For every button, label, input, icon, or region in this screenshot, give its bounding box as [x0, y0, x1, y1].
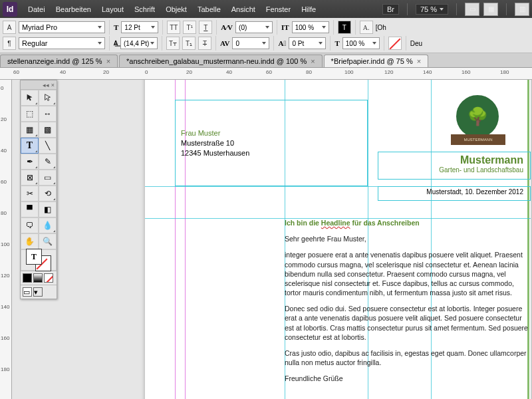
- workarea: 0 20 40 60 80 100 120 140 160 180 Frau M…: [0, 80, 532, 399]
- kerning-field[interactable]: (0): [235, 21, 273, 33]
- greeting: Sehr geehrte Frau Muster,: [285, 234, 531, 243]
- note-tool[interactable]: 🗨: [21, 217, 39, 233]
- selection-tool[interactable]: [21, 90, 39, 106]
- content-placer-tool[interactable]: ▩: [39, 122, 57, 138]
- tab-briefpapier[interactable]: *Briefpapier.indd @ 75 %×: [324, 55, 429, 67]
- address-frame[interactable]: Frau Muster Musterstraße 10 12345 Muster…: [175, 100, 368, 186]
- hscale-field[interactable]: 100 %: [342, 37, 380, 49]
- lang-hint: [Oh: [376, 24, 386, 31]
- leading-field[interactable]: (14,4 Pt): [120, 37, 158, 49]
- fill-icon[interactable]: T: [338, 21, 351, 34]
- date-text: Musterstadt, 10. Dezember 2012: [426, 188, 523, 196]
- line-tool[interactable]: ╲: [39, 138, 57, 154]
- subscript-icon[interactable]: T₁: [182, 37, 196, 50]
- apply-none[interactable]: [44, 273, 53, 283]
- gradient-feather-tool[interactable]: ◧: [39, 201, 57, 217]
- charstyle-icon[interactable]: A.: [360, 21, 373, 34]
- panel-collapse-icon[interactable]: ◂◂ ×: [21, 80, 57, 90]
- close-icon[interactable]: ×: [417, 57, 421, 65]
- smallcaps-icon[interactable]: Tᴛ: [166, 37, 180, 50]
- pencil-tool[interactable]: ✎: [39, 154, 57, 170]
- transform-tool[interactable]: ⟲: [39, 186, 57, 201]
- char-format-icon[interactable]: A: [3, 21, 16, 34]
- tree-icon: 🌳: [467, 106, 488, 127]
- view-mode-row: ▭ ▾: [21, 285, 57, 299]
- tracking-field[interactable]: 0: [232, 37, 269, 49]
- menu-objekt[interactable]: Objekt: [160, 5, 192, 13]
- view-mode-icon[interactable]: ▭: [465, 3, 479, 16]
- underline-icon[interactable]: T: [199, 21, 212, 34]
- kerning-icon: A⁄V: [221, 23, 233, 31]
- scissors-tool[interactable]: ✂: [21, 186, 39, 201]
- menu-ansicht[interactable]: Ansicht: [226, 5, 261, 13]
- pen-tool[interactable]: ✒: [21, 154, 39, 170]
- body-p1: integer posuere erat a ante venenatis da…: [285, 250, 531, 297]
- body-text-frame[interactable]: Ich bin die Headline für das Anschreiben…: [285, 218, 531, 390]
- para-format-icon[interactable]: ¶: [3, 37, 16, 50]
- font-size-icon: T: [114, 23, 118, 31]
- eyedropper-tool[interactable]: 💧: [39, 217, 57, 233]
- content-collector-tool[interactable]: ▦: [21, 122, 39, 138]
- menu-layout[interactable]: Layout: [96, 5, 129, 13]
- gap-tool[interactable]: ↔: [39, 106, 57, 122]
- rectangle-frame-tool[interactable]: ⊠: [21, 170, 39, 186]
- screen-mode-icon[interactable]: ▦: [483, 3, 498, 16]
- leading-icon: A͟: [114, 40, 118, 47]
- menu-datei[interactable]: Datei: [23, 5, 51, 13]
- direct-selection-tool[interactable]: [39, 90, 57, 106]
- strike-icon[interactable]: T: [198, 37, 211, 50]
- document-tabs: stellenanzeige.indd @ 125 %× *anschreibe…: [0, 53, 532, 68]
- vscale-icon: IT: [281, 23, 289, 31]
- tracking-icon: AV: [220, 39, 229, 47]
- baseline-field[interactable]: 0 Pt: [289, 37, 326, 49]
- fill-stroke-swap[interactable]: T: [21, 249, 57, 271]
- baseline-icon: Aͣ: [278, 39, 286, 47]
- normal-view[interactable]: ▭: [23, 287, 32, 297]
- stroke-icon[interactable]: [388, 37, 402, 50]
- superscript-icon[interactable]: T¹: [183, 21, 196, 34]
- close-icon[interactable]: ×: [311, 57, 315, 65]
- menu-tabelle[interactable]: Tabelle: [192, 5, 226, 13]
- vscale-field[interactable]: 100 %: [292, 21, 329, 33]
- company-frame[interactable]: Mustermann Garten- und Landschaftsbau: [378, 152, 531, 180]
- closing: Freundliche Grüße: [285, 374, 531, 383]
- company-name: Mustermann: [385, 154, 523, 166]
- font-size-field[interactable]: 12 Pt: [121, 21, 158, 33]
- tab-anschreiben[interactable]: *anschreiben_galabau_mustermann-neu.indd…: [119, 55, 323, 67]
- font-style-dropdown[interactable]: Regular: [19, 37, 105, 49]
- body-p3: Cras justo odio, dapibus ac facilisis in…: [285, 348, 531, 367]
- apply-color[interactable]: [23, 273, 32, 283]
- zoom-dropdown[interactable]: 75 %: [416, 4, 448, 15]
- hscale-icon: T: [334, 39, 339, 47]
- ruler-horizontal[interactable]: 60 40 20 0 20 40 60 80 100 120 140 160 1…: [0, 68, 532, 80]
- type-tool[interactable]: T: [21, 138, 39, 154]
- menubar: Id Datei Bearbeiten Layout Schrift Objek…: [0, 0, 532, 18]
- recipient-city: 12345 Musterhausen: [181, 148, 362, 158]
- menu-fenster[interactable]: Fenster: [261, 5, 296, 13]
- bridge-button[interactable]: Br: [382, 4, 399, 15]
- date-frame[interactable]: Musterstadt, 10. Dezember 2012: [378, 186, 531, 201]
- allcaps-icon[interactable]: TT: [167, 21, 180, 34]
- tab-stellenanzeige[interactable]: stellenanzeige.indd @ 125 %×: [0, 55, 118, 67]
- logo[interactable]: 🌳 MUSTERMANN: [451, 93, 504, 146]
- preview-view[interactable]: ▾: [33, 287, 43, 297]
- tools-panel[interactable]: ◂◂ × ⬚ ↔ ▦ ▩ T ╲ ✒ ✎ ⊠ ▭ ✂ ⟲ ▀ ◧ 🗨 💧 ✋ 🔍: [20, 80, 57, 299]
- menu-schrift[interactable]: Schrift: [129, 5, 160, 13]
- recipient-street: Musterstraße 10: [181, 138, 362, 148]
- menu-hilfe[interactable]: Hilfe: [296, 5, 321, 13]
- canvas[interactable]: Frau Muster Musterstraße 10 12345 Muster…: [12, 80, 532, 399]
- gradient-swatch-tool[interactable]: ▀: [21, 201, 39, 217]
- page-tool[interactable]: ⬚: [21, 106, 39, 122]
- body-p2: Donec sed odio dui. Sed posuere consecte…: [285, 304, 531, 342]
- app-badge: Id: [3, 2, 17, 17]
- font-family-dropdown[interactable]: Myriad Pro: [19, 21, 105, 33]
- arrange-icon[interactable]: ▥: [515, 3, 529, 16]
- page: Frau Muster Musterstraße 10 12345 Muster…: [145, 80, 531, 399]
- menu-bearbeiten[interactable]: Bearbeiten: [51, 5, 96, 13]
- color-mode-row: [21, 271, 57, 285]
- ruler-vertical[interactable]: 0 20 40 60 80 100 120 140 160 180: [0, 80, 12, 399]
- apply-gradient[interactable]: [33, 273, 43, 283]
- rectangle-tool[interactable]: ▭: [39, 170, 57, 186]
- recipient-name: Frau Muster: [181, 128, 362, 138]
- close-icon[interactable]: ×: [106, 57, 110, 65]
